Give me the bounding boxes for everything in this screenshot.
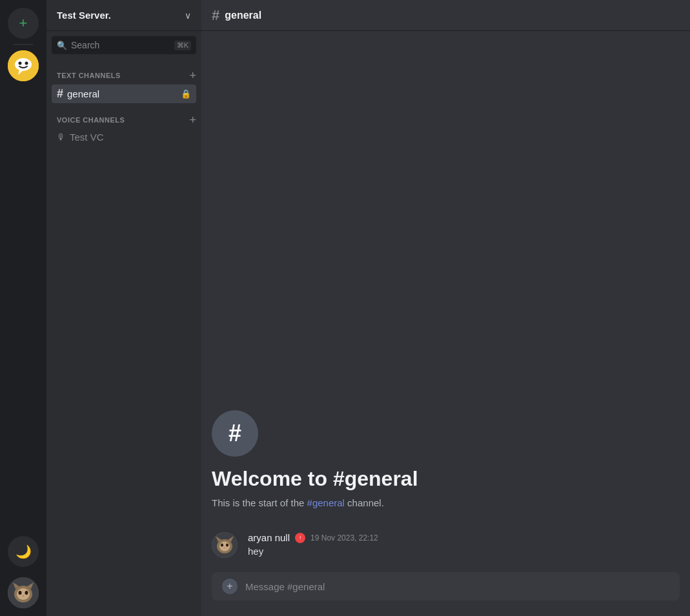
channel-item-general[interactable]: # general 🔒 bbox=[52, 84, 196, 103]
main-chat: # general # Welcome to #general This is … bbox=[201, 0, 690, 616]
plus-icon: + bbox=[19, 15, 28, 32]
svg-point-20 bbox=[224, 548, 225, 549]
chat-input-area: + bbox=[201, 572, 690, 616]
theme-toggle-button[interactable]: 🌙 bbox=[8, 536, 39, 567]
test-server-icon[interactable] bbox=[8, 50, 39, 81]
add-attachment-button[interactable]: + bbox=[222, 579, 238, 594]
svg-point-1 bbox=[15, 58, 32, 71]
svg-point-4 bbox=[25, 62, 28, 65]
messages-area: aryan null ! 19 Nov 2023, 22:12 hey bbox=[201, 531, 690, 562]
svg-point-18 bbox=[221, 544, 223, 547]
message-header: aryan null ! 19 Nov 2023, 22:12 bbox=[248, 532, 680, 543]
message-avatar-svg bbox=[212, 532, 238, 558]
user-avatar-svg bbox=[8, 577, 39, 608]
svg-point-15 bbox=[219, 542, 230, 551]
voice-channels-section: VOICE CHANNELS + 🎙 Test VC bbox=[46, 114, 201, 146]
server-name: Test Server. bbox=[57, 10, 111, 21]
svg-point-19 bbox=[226, 544, 228, 547]
chat-header-channel-name: general bbox=[225, 10, 261, 21]
welcome-desc-start: This is the start of the bbox=[212, 497, 307, 508]
mic-icon: 🎙 bbox=[57, 132, 66, 143]
channel-name-general: general bbox=[67, 88, 177, 99]
svg-point-11 bbox=[25, 591, 28, 595]
server-header[interactable]: Test Server. ∨ bbox=[46, 0, 201, 31]
add-voice-channel-button[interactable]: + bbox=[189, 114, 196, 126]
channel-lock-icon: 🔒 bbox=[181, 89, 191, 99]
chevron-down-icon: ∨ bbox=[185, 10, 191, 21]
text-channels-header[interactable]: TEXT CHANNELS + bbox=[46, 70, 201, 84]
welcome-desc-end: channel. bbox=[345, 497, 384, 508]
plus-icon: + bbox=[227, 581, 232, 592]
chat-content: # Welcome to #general This is the start … bbox=[201, 31, 690, 572]
channel-hash-icon: # bbox=[57, 87, 63, 101]
channel-sidebar: Test Server. ∨ 🔍 Search ⌘K TEXT CHANNELS… bbox=[46, 0, 201, 616]
welcome-title: Welcome to #general bbox=[212, 467, 680, 491]
search-text: Search bbox=[71, 40, 170, 50]
svg-point-7 bbox=[17, 588, 30, 600]
message-badge: ! bbox=[295, 533, 305, 543]
moon-icon: 🌙 bbox=[15, 544, 32, 559]
chat-header: # general bbox=[201, 0, 690, 31]
text-channels-section: TEXT CHANNELS + # general 🔒 bbox=[46, 70, 201, 104]
text-channels-label: TEXT CHANNELS bbox=[57, 72, 121, 79]
message-row: aryan null ! 19 Nov 2023, 22:12 hey bbox=[212, 531, 680, 559]
add-text-channel-button[interactable]: + bbox=[189, 70, 196, 81]
welcome-desc-link[interactable]: #general bbox=[307, 497, 345, 508]
welcome-hash-symbol: # bbox=[228, 420, 241, 447]
badge-icon: ! bbox=[299, 535, 301, 541]
svg-point-10 bbox=[19, 591, 22, 595]
chat-input-box: + bbox=[212, 572, 680, 601]
svg-point-12 bbox=[23, 595, 25, 597]
welcome-description: This is the start of the #general channe… bbox=[212, 496, 680, 511]
message-username: aryan null bbox=[248, 532, 290, 543]
welcome-hash-icon: # bbox=[212, 410, 258, 457]
server-divider bbox=[13, 44, 34, 45]
server-logo-svg bbox=[8, 50, 39, 81]
add-server-button[interactable]: + bbox=[8, 8, 39, 39]
svg-point-3 bbox=[19, 62, 22, 65]
voice-channels-header[interactable]: VOICE CHANNELS + bbox=[46, 114, 201, 128]
search-shortcut: ⌘K bbox=[174, 41, 191, 50]
chat-input-field[interactable] bbox=[245, 581, 669, 592]
voice-channel-name: Test VC bbox=[70, 132, 104, 143]
search-bar[interactable]: 🔍 Search ⌘K bbox=[52, 36, 196, 54]
voice-channels-label: VOICE CHANNELS bbox=[57, 116, 125, 124]
voice-channel-item-testvc[interactable]: 🎙 Test VC bbox=[52, 129, 196, 145]
message-timestamp: 19 Nov 2023, 22:12 bbox=[310, 533, 378, 542]
message-content: aryan null ! 19 Nov 2023, 22:12 hey bbox=[248, 532, 680, 558]
server-sidebar: + 🌙 bbox=[0, 0, 46, 616]
welcome-section: # Welcome to #general This is the start … bbox=[201, 410, 690, 521]
search-icon: 🔍 bbox=[57, 41, 67, 50]
user-avatar[interactable] bbox=[8, 577, 39, 608]
message-text: hey bbox=[248, 544, 680, 558]
chat-header-hash-icon: # bbox=[212, 7, 219, 24]
message-avatar bbox=[212, 532, 238, 558]
